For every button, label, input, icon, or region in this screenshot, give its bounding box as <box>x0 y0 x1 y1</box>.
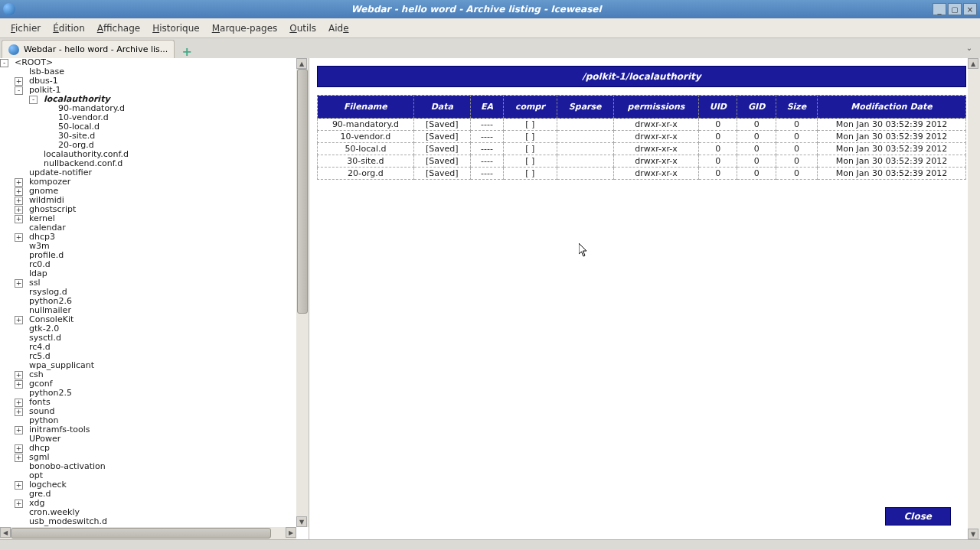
table-cell: [Saved] <box>413 143 470 155</box>
tab-list-button[interactable]: ⌄ <box>963 41 975 54</box>
expand-icon[interactable]: + <box>15 380 23 389</box>
table-cell: 0 <box>776 119 817 131</box>
menu-item[interactable]: Outils <box>283 21 322 35</box>
scroll-thumb[interactable] <box>11 528 271 539</box>
column-header[interactable]: Size <box>776 96 817 119</box>
collapse-icon[interactable]: - <box>15 86 23 95</box>
expand-icon[interactable]: + <box>15 187 23 196</box>
tree-view[interactable]: -<ROOT>lsb-base+dbus-1-polkit-1-localaut… <box>0 58 296 527</box>
collapse-icon[interactable]: - <box>29 96 38 104</box>
column-header[interactable]: Sparse <box>557 96 613 119</box>
column-header[interactable]: compr <box>503 96 557 119</box>
close-window-button[interactable]: × <box>963 3 977 15</box>
collapse-icon[interactable]: - <box>0 59 8 67</box>
tree-row[interactable]: ldap <box>0 269 296 278</box>
browser-tab[interactable]: Webdar - hello word - Archive lis... <box>2 40 175 58</box>
column-header[interactable]: EA <box>470 96 503 119</box>
expand-icon[interactable]: + <box>15 426 23 434</box>
tree-row[interactable]: 10-vendor.d <box>0 113 296 122</box>
expand-icon[interactable]: + <box>15 279 23 288</box>
tree-horizontal-scrollbar[interactable]: ◀ ▶ <box>0 527 296 539</box>
table-cell: 30-site.d <box>318 155 414 168</box>
table-cell: drwxr-xr-x <box>613 168 699 180</box>
scroll-down-button[interactable]: ▼ <box>296 516 307 527</box>
tree-vertical-scrollbar[interactable]: ▲ ▼ <box>296 58 309 527</box>
column-header[interactable]: Filename <box>318 96 414 119</box>
expand-icon[interactable]: + <box>15 316 23 324</box>
tree-row[interactable]: 90-mandatory.d <box>0 104 296 113</box>
table-cell: Mon Jan 30 03:52:39 2012 <box>818 155 966 168</box>
expand-icon[interactable]: + <box>15 408 23 416</box>
table-cell: 0 <box>737 143 776 155</box>
expand-icon[interactable]: + <box>15 454 23 462</box>
tree-row[interactable]: bonobo-activation <box>0 462 296 471</box>
table-row[interactable]: 20-org.d[Saved]----[ ]drwxr-xr-x000Mon J… <box>318 168 966 180</box>
menu-item[interactable]: Fichier <box>5 21 47 35</box>
menu-item[interactable]: Marque-pages <box>206 21 284 35</box>
file-content: /polkit-1/localauthority FilenameDataEAc… <box>317 66 966 532</box>
scroll-up-button[interactable]: ▲ <box>968 58 978 69</box>
table-cell: 0 <box>776 131 817 143</box>
table-cell: ---- <box>470 119 503 131</box>
maximize-button[interactable]: ▢ <box>948 3 962 15</box>
tree-row[interactable]: wpa_supplicant <box>0 361 296 370</box>
scroll-up-button[interactable]: ▲ <box>296 58 307 69</box>
table-cell: 50-local.d <box>318 143 414 155</box>
column-header[interactable]: Data <box>413 96 470 119</box>
expand-icon[interactable]: + <box>15 197 23 205</box>
expand-icon[interactable]: + <box>15 500 23 508</box>
expand-icon[interactable]: + <box>15 444 23 453</box>
table-cell: Mon Jan 30 03:52:39 2012 <box>818 119 966 131</box>
app-icon <box>3 3 15 15</box>
expand-icon[interactable]: + <box>15 371 23 379</box>
expand-icon[interactable]: + <box>15 206 23 214</box>
expand-icon[interactable]: + <box>15 481 23 490</box>
expand-icon[interactable]: + <box>15 178 23 187</box>
menu-item[interactable]: Édition <box>47 21 91 35</box>
column-header[interactable]: GID <box>737 96 776 119</box>
column-header[interactable]: permissions <box>613 96 699 119</box>
table-cell: 10-vendor.d <box>318 131 414 143</box>
scroll-right-button[interactable]: ▶ <box>286 527 296 538</box>
column-header[interactable]: UID <box>699 96 737 119</box>
tree-row[interactable]: 30-site.d <box>0 132 296 141</box>
menu-item[interactable]: Aide <box>322 21 355 35</box>
table-cell: ---- <box>470 155 503 168</box>
scroll-left-button[interactable]: ◀ <box>0 527 11 538</box>
table-row[interactable]: 10-vendor.d[Saved]----[ ]drwxr-xr-x000Mo… <box>318 131 966 143</box>
scroll-thumb[interactable] <box>297 69 308 314</box>
table-cell: 90-mandatory.d <box>318 119 414 131</box>
tree-row[interactable]: gre.d <box>0 490 296 499</box>
table-row[interactable]: 90-mandatory.d[Saved]----[ ]drwxr-xr-x00… <box>318 119 966 131</box>
table-cell: [ ] <box>503 131 557 143</box>
statusbar <box>0 539 980 550</box>
scroll-down-button[interactable]: ▼ <box>968 529 978 539</box>
table-cell: drwxr-xr-x <box>613 155 699 168</box>
table-row[interactable]: 50-local.d[Saved]----[ ]drwxr-xr-x000Mon… <box>318 143 966 155</box>
table-cell: 0 <box>699 155 737 168</box>
table-row[interactable]: 30-site.d[Saved]----[ ]drwxr-xr-x000Mon … <box>318 155 966 168</box>
close-button[interactable]: Close <box>885 507 951 526</box>
table-cell: ---- <box>470 131 503 143</box>
table-cell: Mon Jan 30 03:52:39 2012 <box>818 168 966 180</box>
expand-icon[interactable]: + <box>15 233 23 242</box>
content-area: -<ROOT>lsb-base+dbus-1-polkit-1-localaut… <box>0 58 980 539</box>
expand-icon[interactable]: + <box>15 399 23 407</box>
expand-icon[interactable]: + <box>15 215 23 223</box>
new-tab-button[interactable]: + <box>179 44 194 58</box>
file-table: FilenameDataEAcomprSparsepermissionsUIDG… <box>317 95 966 180</box>
table-cell: 0 <box>776 155 817 168</box>
table-cell <box>557 131 613 143</box>
file-vertical-scrollbar[interactable]: ▲ ▼ <box>968 58 980 539</box>
minimize-button[interactable]: _ <box>933 3 946 15</box>
window-titlebar: Webdar - hello word - Archive listing - … <box>0 0 980 18</box>
tree-row[interactable]: 50-local.d <box>0 122 296 132</box>
expand-icon[interactable]: + <box>15 77 23 86</box>
tree-row[interactable]: -localauthority <box>0 95 296 104</box>
menu-item[interactable]: Affichage <box>91 21 146 35</box>
tab-bar: Webdar - hello word - Archive lis... + ⌄ <box>0 38 980 58</box>
table-cell: [Saved] <box>413 119 470 131</box>
table-cell: [Saved] <box>413 131 470 143</box>
menu-item[interactable]: Historique <box>146 21 206 35</box>
column-header[interactable]: Modifaction Date <box>818 96 966 119</box>
